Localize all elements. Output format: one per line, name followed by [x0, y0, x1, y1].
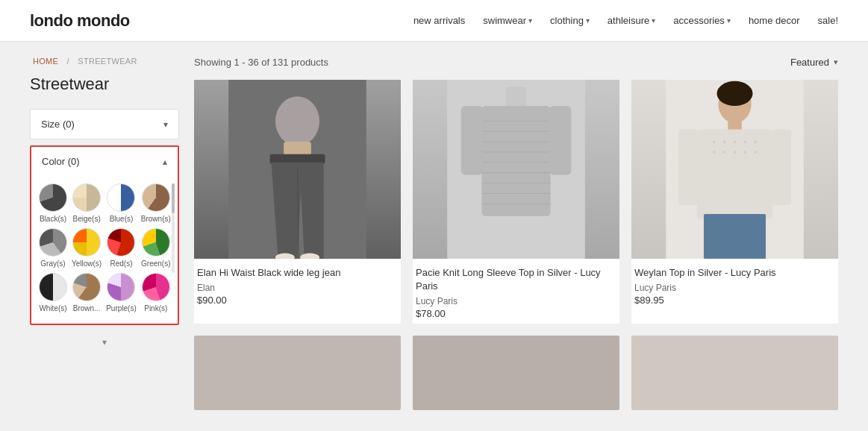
chevron-down-icon: ▾: [652, 16, 655, 25]
svg-point-32: [723, 151, 726, 154]
brown2-swatch: [72, 273, 101, 301]
color-blue[interactable]: Blue(s): [106, 183, 137, 224]
beige-swatch: [72, 183, 101, 212]
product-brand-3: Lucy Paris: [634, 283, 835, 293]
nav-swimwear[interactable]: swimwear ▾: [483, 15, 532, 26]
scroll-track[interactable]: [172, 183, 175, 273]
chevron-down-icon: ▾: [528, 16, 532, 25]
sidebar: HOME / STREETWEAR Streetwear Size (0) ▾ …: [30, 57, 179, 410]
color-pink-label: Pink(s): [144, 304, 167, 313]
product-brand-1: Elan: [197, 283, 398, 293]
pink-swatch: [142, 273, 170, 301]
page-title: Streetwear: [30, 75, 179, 94]
svg-rect-2: [284, 142, 311, 155]
green-swatch: [142, 228, 170, 257]
color-brown2-label: Brown...: [73, 304, 101, 313]
color-beige-label: Beige(s): [72, 215, 100, 224]
color-white[interactable]: White(s): [39, 273, 67, 313]
purple-swatch: [107, 273, 135, 301]
product-info-3: Weylan Top in Silver - Lucy Paris Lucy P…: [631, 259, 838, 310]
color-yellow[interactable]: Yellow(s): [72, 228, 102, 268]
product-image-2: [413, 80, 619, 259]
product-card-1[interactable]: Elan Hi Waist Black wide leg jean Elan $…: [194, 80, 401, 324]
size-filter-header[interactable]: Size (0) ▾: [31, 110, 178, 139]
svg-rect-8: [506, 86, 527, 107]
gray-swatch: [39, 228, 67, 257]
sidebar-scroll-down[interactable]: ▾: [30, 331, 179, 353]
breadcrumb-home[interactable]: HOME: [33, 57, 58, 66]
color-brown2[interactable]: Brown...: [72, 273, 102, 313]
color-grid: Black(s) Beige(s) Blue(s) Brown(s): [31, 176, 178, 324]
breadcrumb: HOME / STREETWEAR: [30, 57, 179, 66]
color-purple[interactable]: Purple(s): [106, 273, 137, 313]
product-price-3: $89.95: [634, 295, 835, 306]
svg-point-29: [744, 140, 747, 143]
color-filter-header[interactable]: Color (0) ▴: [31, 147, 178, 176]
svg-point-30: [754, 140, 757, 143]
color-filter: Color (0) ▴ Black(s) Beige(s) Blue(s: [30, 145, 179, 325]
blue-swatch: [107, 183, 135, 212]
bottom-product-row: [194, 336, 838, 410]
svg-point-26: [713, 140, 716, 143]
nav-sale[interactable]: sale!: [818, 15, 838, 26]
svg-point-1: [275, 96, 319, 145]
svg-point-23: [717, 81, 753, 106]
scroll-thumb[interactable]: [172, 183, 175, 213]
color-brown[interactable]: Brown(s): [141, 183, 171, 224]
product-name-3: Weylan Top in Silver - Lucy Paris: [634, 266, 835, 280]
black-swatch: [39, 183, 67, 212]
svg-point-33: [734, 151, 737, 154]
color-green[interactable]: Green(s): [141, 228, 171, 268]
yellow-swatch: [72, 228, 101, 257]
product-card-3[interactable]: Weylan Top in Silver - Lucy Paris Lucy P…: [631, 80, 838, 324]
product-card-2[interactable]: Pacie Knit Long Sleeve Top in Silver - L…: [413, 80, 619, 324]
chevron-up-icon: ▴: [163, 157, 167, 167]
color-beige[interactable]: Beige(s): [72, 183, 102, 224]
svg-point-27: [723, 140, 726, 143]
size-filter-label: Size (0): [41, 119, 75, 130]
svg-point-28: [734, 140, 737, 143]
product-info-1: Elan Hi Waist Black wide leg jean Elan $…: [194, 259, 401, 310]
chevron-down-icon: ▾: [163, 119, 168, 130]
svg-rect-20: [549, 106, 572, 174]
red-swatch: [107, 228, 135, 257]
color-green-label: Green(s): [141, 259, 170, 268]
chevron-down-icon: ▾: [586, 16, 590, 25]
site-header: londo mondo new arrivals swimwear ▾ clot…: [0, 0, 868, 42]
content-header: Showing 1 - 36 of 131 products Featured …: [194, 57, 838, 68]
brown-swatch: [142, 183, 170, 212]
bottom-card-1[interactable]: [194, 336, 401, 410]
chevron-down-icon: ▾: [727, 16, 731, 25]
color-yellow-label: Yellow(s): [72, 259, 102, 268]
bottom-card-2[interactable]: [413, 336, 619, 410]
product-image-1: [194, 80, 401, 259]
color-black[interactable]: Black(s): [39, 183, 67, 224]
nav-athleisure[interactable]: athleisure ▾: [608, 15, 655, 26]
size-filter: Size (0) ▾: [30, 109, 179, 139]
svg-rect-37: [772, 129, 791, 205]
logo[interactable]: londo mondo: [30, 11, 130, 31]
bottom-card-3[interactable]: [631, 336, 838, 410]
color-red[interactable]: Red(s): [106, 228, 137, 268]
nav-clothing[interactable]: clothing ▾: [550, 15, 590, 26]
color-purple-label: Purple(s): [106, 304, 137, 313]
product-content: Showing 1 - 36 of 131 products Featured …: [194, 57, 838, 410]
product-info-2: Pacie Knit Long Sleeve Top in Silver - L…: [413, 259, 619, 324]
white-swatch: [39, 273, 67, 301]
svg-point-34: [744, 151, 747, 154]
nav-accessories[interactable]: accessories ▾: [673, 15, 731, 26]
chevron-down-icon: ▾: [834, 57, 838, 67]
nav-home-decor[interactable]: home decor: [749, 15, 800, 26]
product-price-1: $90.00: [197, 295, 398, 306]
color-filter-label: Color (0): [42, 156, 80, 167]
color-brown-label: Brown(s): [141, 215, 171, 224]
product-brand-2: Lucy Paris: [416, 296, 616, 306]
svg-rect-9: [481, 106, 550, 216]
color-gray-label: Gray(s): [40, 259, 65, 268]
svg-rect-36: [678, 129, 698, 205]
color-pink[interactable]: Pink(s): [141, 273, 171, 313]
color-red-label: Red(s): [110, 259, 132, 268]
color-gray[interactable]: Gray(s): [39, 228, 67, 268]
nav-new-arrivals[interactable]: new arrivals: [413, 15, 465, 26]
sort-dropdown[interactable]: Featured ▾: [790, 57, 838, 68]
